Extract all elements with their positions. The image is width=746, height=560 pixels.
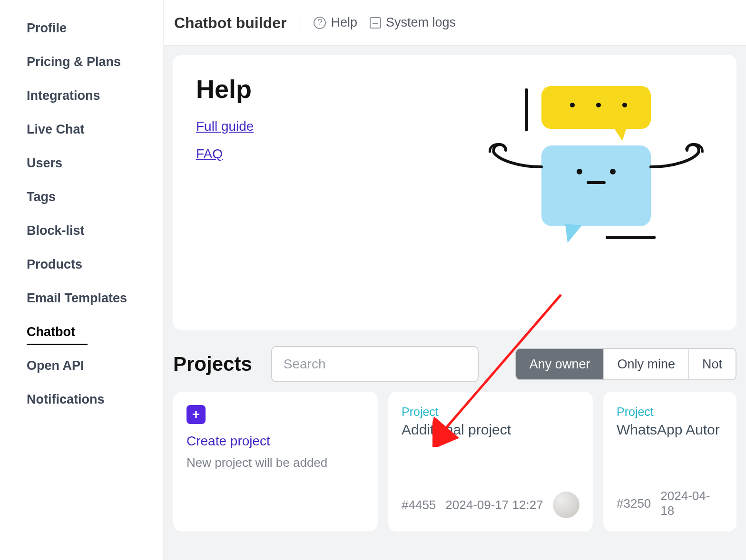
sidebar-item-live-chat[interactable]: Live Chat bbox=[27, 113, 163, 146]
project-id: #3250 bbox=[617, 496, 651, 511]
svg-rect-0 bbox=[525, 88, 528, 131]
project-id: #4455 bbox=[402, 498, 436, 512]
sidebar-item-profile[interactable]: Profile bbox=[27, 11, 163, 45]
topbar-logs-label: System logs bbox=[386, 15, 456, 30]
sidebar-item-tags[interactable]: Tags bbox=[27, 180, 163, 214]
svg-point-5 bbox=[622, 103, 627, 107]
project-label: Project bbox=[617, 405, 723, 419]
help-icon: ? bbox=[314, 17, 326, 29]
project-name: Additional project bbox=[402, 422, 579, 438]
create-project-card[interactable]: + Create project New project will be add… bbox=[173, 392, 378, 531]
plus-icon: + bbox=[186, 405, 206, 424]
projects-bar: Projects Any owner Only mine Not bbox=[173, 346, 736, 382]
sidebar-item-notifications[interactable]: Notifications bbox=[27, 383, 163, 416]
svg-point-4 bbox=[596, 103, 601, 107]
create-project-title: Create project bbox=[186, 434, 364, 449]
svg-marker-2 bbox=[613, 126, 627, 141]
page-title: Chatbot builder bbox=[174, 11, 301, 34]
help-illustration bbox=[480, 79, 717, 250]
project-label: Project bbox=[402, 405, 579, 419]
svg-rect-6 bbox=[541, 145, 651, 226]
system-logs-icon bbox=[370, 17, 381, 29]
svg-point-9 bbox=[610, 169, 616, 174]
sidebar-item-email-templates[interactable]: Email Templates bbox=[27, 281, 163, 315]
filter-any-owner[interactable]: Any owner bbox=[516, 349, 604, 379]
projects-title: Projects bbox=[173, 353, 252, 376]
project-date: 2024-09-17 12:27 bbox=[445, 498, 543, 512]
filter-not[interactable]: Not bbox=[689, 349, 736, 379]
svg-rect-11 bbox=[606, 236, 656, 239]
main-content: Chatbot builder ? Help System logs Help … bbox=[164, 0, 746, 560]
project-date: 2024-04-18 bbox=[660, 489, 723, 518]
topbar: Chatbot builder ? Help System logs bbox=[164, 0, 746, 46]
sidebar-item-open-api[interactable]: Open API bbox=[27, 349, 163, 383]
help-card: Help Full guide FAQ bbox=[173, 55, 736, 330]
owner-filter-group: Any owner Only mine Not bbox=[515, 348, 736, 380]
avatar bbox=[553, 492, 579, 518]
project-name: WhatsApp Autor bbox=[617, 422, 723, 438]
sidebar-item-users[interactable]: Users bbox=[27, 146, 163, 180]
sidebar-item-chatbot[interactable]: Chatbot bbox=[27, 315, 163, 349]
sidebar-item-pricing-plans[interactable]: Pricing & Plans bbox=[27, 45, 163, 79]
project-card[interactable]: Project WhatsApp Autor #3250 2024-04-18 bbox=[603, 392, 736, 531]
filter-only-mine[interactable]: Only mine bbox=[604, 349, 689, 379]
topbar-help-label: Help bbox=[331, 15, 357, 30]
svg-point-3 bbox=[570, 103, 575, 107]
create-project-subtitle: New project will be added bbox=[186, 455, 364, 470]
sidebar-item-integrations[interactable]: Integrations bbox=[27, 79, 163, 113]
svg-marker-7 bbox=[565, 224, 582, 243]
project-card[interactable]: Project Additional project #4455 2024-09… bbox=[388, 392, 593, 531]
project-footer: #4455 2024-09-17 12:27 bbox=[402, 492, 579, 518]
sidebar-item-products[interactable]: Products bbox=[27, 248, 163, 281]
sidebar-item-block-list[interactable]: Block-list bbox=[27, 214, 163, 248]
topbar-help-link[interactable]: ? Help bbox=[314, 15, 357, 30]
sidebar: Profile Pricing & Plans Integrations Liv… bbox=[0, 0, 164, 560]
svg-rect-10 bbox=[587, 181, 606, 184]
svg-rect-1 bbox=[541, 86, 651, 129]
projects-search-input[interactable] bbox=[271, 346, 479, 382]
topbar-system-logs-link[interactable]: System logs bbox=[370, 15, 456, 30]
projects-cards-row: + Create project New project will be add… bbox=[173, 392, 736, 531]
project-footer: #3250 2024-04-18 bbox=[617, 489, 723, 518]
svg-point-8 bbox=[577, 169, 582, 174]
